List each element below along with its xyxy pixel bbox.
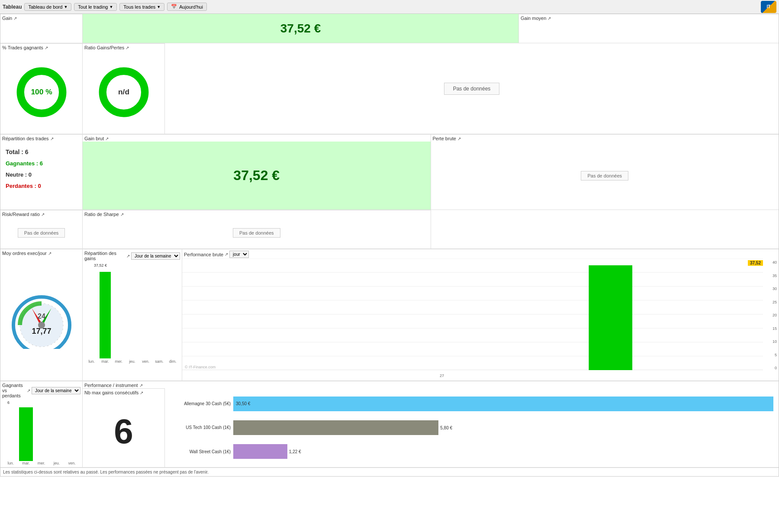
- gagnants-bars: [4, 400, 79, 461]
- risk-row: Risk/Reward ratio ↗ Pas de données Ratio…: [0, 210, 779, 249]
- rep-gains-expand-icon[interactable]: ↗: [126, 254, 130, 258]
- repartition-stats: Total : 6 Gagnantes : 6 Neutre : 0 Perda…: [0, 142, 82, 196]
- perf-expand-icon[interactable]: ↗: [225, 252, 228, 257]
- risk-no-data: Pas de données: [0, 217, 82, 248]
- repartition-label: Répartition des trades ↗: [0, 134, 82, 142]
- perte-brute-no-data: Pas de données: [431, 142, 779, 210]
- rep-gains-bars: [86, 263, 178, 358]
- ratio-gains-label: Ratio Gains/Pertes ↗: [83, 43, 164, 51]
- perte-no-data-box: Pas de données: [581, 171, 628, 181]
- gagnantes-stat: Gagnantes : 6: [6, 158, 77, 169]
- perf-y-axis: 40 35 30 25 20 15 10 5 0: [765, 260, 777, 370]
- ratio-expand-icon[interactable]: ↗: [126, 45, 129, 50]
- gain-brut-expand-icon[interactable]: ↗: [105, 136, 109, 141]
- risk-label: Risk/Reward ratio ↗: [0, 210, 82, 217]
- nb-max-value: 6: [114, 412, 133, 451]
- instrument-bar-1: 30,50 €: [233, 397, 773, 411]
- speedometer-container: 24 17,77: [0, 256, 82, 380]
- gain-left-panel: Gain ↗: [0, 14, 83, 43]
- gagnants-expand-icon[interactable]: ↗: [27, 388, 30, 393]
- rep-expand-icon[interactable]: ↗: [50, 136, 54, 141]
- donut2-container: n/d: [83, 51, 164, 134]
- gain-brut-panel: Gain brut ↗ 37,52 €: [83, 134, 431, 210]
- repartition-row: Répartition des trades ↗ Total : 6 Gagna…: [0, 134, 779, 210]
- perte-expand-icon[interactable]: ↗: [457, 136, 461, 141]
- gagnants-filter[interactable]: Jour de la semaine: [32, 387, 80, 394]
- total-stat: Total : 6: [6, 146, 77, 158]
- gain-moyen-panel: Gain moyen ↗: [519, 14, 779, 43]
- nb-perf-content: Nb max gains consécutifs ↗ 6 Allemagne 3…: [83, 388, 779, 467]
- risk-no-data-box: Pas de données: [18, 228, 65, 238]
- gagnants-chart: 6 lun. mar. mer. jeu. ven.: [0, 399, 82, 474]
- trades-arrow-icon: ▼: [157, 5, 161, 9]
- sharpe-no-data: Pas de données: [83, 217, 431, 248]
- gain-brut-value: 37,52 €: [233, 168, 280, 184]
- app-title: Tableau: [3, 4, 22, 10]
- orders-row: Moy ordres exec/jour ↗: [0, 249, 779, 381]
- nb-max-perf-panel: Performance / instrument ↗ Nb max gains …: [83, 381, 779, 467]
- tableau-arrow-icon: ▼: [64, 5, 68, 9]
- gagnants-panel: Gagnants vs perdants ↗ Jour de la semain…: [0, 381, 83, 467]
- trades-button[interactable]: Tous les trades ▼: [119, 3, 164, 11]
- rep-gains-panel: Répartition des gains ↗ Jour de la semai…: [83, 249, 182, 380]
- trading-button[interactable]: Tout le trading ▼: [74, 3, 117, 11]
- nb-max-expand-icon[interactable]: ↗: [140, 390, 143, 395]
- rep-gains-chart: 37,52 €: [83, 261, 182, 380]
- perf-brute-panel: Performance brute ↗ jour 40 35 30 25 20 …: [182, 249, 779, 380]
- instrument-row-1: Allemagne 30 Cash (5€) 30,50 €: [170, 394, 773, 414]
- gain-section-label: Gain ↗: [0, 14, 82, 21]
- gagnants-row: Gagnants vs perdants ↗ Jour de la semain…: [0, 381, 779, 468]
- gain-moyen-label: Gain moyen ↗: [519, 14, 779, 21]
- tableau-bord-button[interactable]: Tableau de bord ▼: [24, 3, 71, 11]
- svg-text:24: 24: [38, 313, 45, 320]
- instrument-bar-2: [233, 420, 438, 435]
- sharpe-no-data-box: Pas de données: [233, 228, 280, 238]
- gain-row: Gain ↗ 37,52 € Gain moyen ↗: [0, 14, 779, 43]
- instrument-bar-2-wrap: 5,80 €: [233, 420, 773, 435]
- orders-expand-icon[interactable]: ↗: [48, 251, 52, 256]
- sharpe-expand-icon[interactable]: ↗: [120, 212, 124, 217]
- neutre-stat: Neutre : 0: [6, 169, 77, 181]
- instrument-row-2: US Tech 100 Cash (1€) 5,80 €: [170, 418, 773, 438]
- trades-gagnants-label: % Trades gagnants ↗: [0, 43, 82, 51]
- svg-rect-21: [589, 265, 632, 370]
- instrument-bars: Allemagne 30 Cash (5€) 30,50 € US Tech 1…: [165, 388, 779, 467]
- gain-moyen-icon[interactable]: ↗: [547, 16, 551, 21]
- calendar-icon: 📅: [171, 4, 177, 10]
- donuts-right-panel: Pas de données: [165, 43, 779, 134]
- donuts-row: % Trades gagnants ↗ 100 % Ratio Gains/Pe…: [0, 43, 779, 134]
- perdantes-stat: Perdantes : 0: [6, 181, 77, 192]
- perf-chart-svg: [182, 258, 763, 370]
- perte-brute-panel: Perte brute ↗ Pas de données: [431, 134, 779, 210]
- date-button[interactable]: 📅 Aujourd'hui: [167, 3, 207, 11]
- instrument-val-2: 5,80 €: [440, 425, 452, 430]
- rep-gains-xaxis: lun. mar. mer. jeu. ven. sam. dim.: [86, 358, 178, 364]
- repartition-panel: Répartition des trades ↗ Total : 6 Gagna…: [0, 134, 83, 210]
- perf-filter[interactable]: jour: [229, 251, 249, 258]
- instrument-name-1: Allemagne 30 Cash (5€): [170, 401, 231, 406]
- perf-watermark: © IT-Finance.com: [185, 365, 216, 369]
- donut1-value: 100 %: [31, 87, 52, 96]
- rep-gains-filter[interactable]: Jour de la semaine: [131, 252, 180, 260]
- perte-brute-label: Perte brute ↗: [431, 134, 779, 142]
- ratio-gains-panel: Ratio Gains/Pertes ↗ n/d: [83, 43, 165, 134]
- donut2-value: n/d: [118, 87, 129, 96]
- trades-gagnants-panel: % Trades gagnants ↗ 100 %: [0, 43, 83, 134]
- instrument-name-2: US Tech 100 Cash (1€): [170, 425, 231, 430]
- gain-value-box: 37,52 €: [83, 14, 519, 43]
- donut2-svg: n/d: [96, 64, 152, 120]
- instrument-val-1: 30,50 €: [236, 401, 250, 406]
- nb-max-value-container: 6: [83, 396, 164, 467]
- svg-text:17,77: 17,77: [32, 327, 51, 335]
- perf-instr-expand-icon[interactable]: ↗: [139, 383, 143, 388]
- top-navigation: Tableau Tableau de bord ▼ Tout le tradin…: [0, 0, 779, 14]
- sharpe-panel: Ratio de Sharpe ↗ Pas de données: [83, 210, 431, 248]
- instrument-bar-3-wrap: 1,22 €: [233, 444, 773, 459]
- nb-max-panel: Nb max gains consécutifs ↗ 6: [83, 388, 165, 467]
- risk-expand-icon[interactable]: ↗: [41, 212, 45, 217]
- perf-chart-area: 40 35 30 25 20 15 10 5 0 37,52: [182, 258, 779, 380]
- gain-expand-icon[interactable]: ↗: [13, 16, 17, 21]
- orders-label: Moy ordres exec/jour ↗: [0, 249, 82, 256]
- rep-gains-top-value: 37,52 €: [94, 263, 107, 268]
- trades-expand-icon[interactable]: ↗: [45, 45, 48, 50]
